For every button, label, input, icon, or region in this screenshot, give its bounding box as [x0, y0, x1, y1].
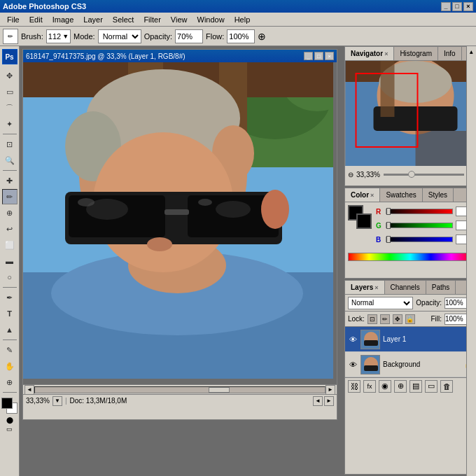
menu-window[interactable]: Window	[193, 14, 229, 25]
menu-layer[interactable]: Layer	[79, 14, 107, 25]
layer-adjustment-btn[interactable]: ⊕	[394, 380, 407, 393]
doc-hscrollbar[interactable]: ◄ ►	[23, 384, 337, 394]
tool-lasso[interactable]: ⌒	[2, 100, 18, 115]
tool-rect-select[interactable]: ▭	[2, 84, 18, 99]
menu-select[interactable]: Select	[108, 14, 139, 25]
color-tab-close[interactable]: ×	[370, 192, 374, 199]
zoom-out-icon[interactable]: ⊖	[348, 171, 354, 178]
doc-minimize-btn[interactable]: _	[304, 52, 313, 60]
r-slider-thumb[interactable]	[386, 208, 391, 215]
quick-mask-btn[interactable]: ⬤	[6, 416, 13, 424]
menu-file[interactable]: File	[3, 14, 24, 25]
scroll-left-btn[interactable]: ◄	[313, 396, 323, 406]
r-slider-track[interactable]	[386, 209, 453, 214]
tab-layers[interactable]: Layers×	[345, 281, 385, 294]
tool-history-brush[interactable]: ↩	[2, 221, 18, 237]
tool-hand[interactable]: ✋	[2, 358, 18, 374]
tab-histogram[interactable]: Histogram	[394, 47, 438, 60]
menu-edit[interactable]: Edit	[25, 14, 47, 25]
brush-preview[interactable]: ✏	[3, 29, 18, 44]
lock-position-btn[interactable]: ✥	[393, 314, 402, 324]
tool-gradient[interactable]: ▬	[2, 253, 18, 269]
tab-paths[interactable]: Paths	[426, 281, 456, 294]
tool-brush[interactable]: ✏	[2, 189, 18, 204]
color-spectrum[interactable]	[348, 253, 472, 261]
doc-close-btn[interactable]: ×	[325, 52, 334, 60]
maximize-button[interactable]: □	[452, 2, 462, 11]
lock-pixels-btn[interactable]: ✏	[380, 314, 390, 324]
layers-tab-close[interactable]: ×	[374, 284, 378, 291]
hscroll-right-btn[interactable]: ►	[326, 385, 335, 395]
tool-magic-wand[interactable]: ✦	[2, 116, 18, 132]
tab-styles[interactable]: Styles	[423, 188, 454, 202]
g-slider-thumb[interactable]	[386, 222, 391, 229]
tab-swatches[interactable]: Swatches	[380, 188, 422, 202]
layer-mask-btn[interactable]: ◉	[379, 380, 391, 393]
tab-color[interactable]: Color×	[345, 188, 380, 202]
mode-select[interactable]: Normal	[98, 29, 141, 43]
close-button[interactable]: ×	[463, 2, 473, 11]
layer-row-background[interactable]: 👁 Background 🔒	[345, 352, 475, 377]
background-visibility-toggle[interactable]: 👁	[348, 360, 358, 370]
menu-help[interactable]: Help	[230, 14, 255, 25]
fg-color-swatch[interactable]	[1, 398, 13, 409]
fill-value-input[interactable]	[444, 314, 467, 325]
layer-row-layer1[interactable]: 👁 Layer 1	[345, 327, 475, 352]
blend-mode-select[interactable]: Normal	[348, 297, 413, 309]
tool-shape[interactable]: ▲	[2, 322, 18, 337]
tool-move[interactable]: ✥	[2, 68, 18, 83]
hscroll-left-btn[interactable]: ◄	[24, 385, 34, 395]
doc-canvas[interactable]	[23, 62, 337, 384]
collapse-toggle[interactable]: ◄	[468, 50, 475, 55]
layer-link-btn[interactable]: ⛓	[348, 380, 360, 393]
doc-maximize-btn[interactable]: □	[314, 52, 323, 60]
tool-eraser[interactable]: ⬜	[2, 237, 18, 253]
tool-pen[interactable]: ✒	[2, 290, 18, 305]
brush-size-box[interactable]: 112 ▼	[46, 29, 71, 43]
brush-dropdown-icon[interactable]: ▼	[62, 33, 69, 40]
menu-image[interactable]: Image	[48, 14, 78, 25]
layer1-visibility-toggle[interactable]: 👁	[348, 335, 358, 344]
menu-filter[interactable]: Filter	[139, 14, 164, 25]
layer-delete-btn[interactable]: 🗑	[440, 380, 453, 393]
nav-zoom-thumb[interactable]	[408, 171, 415, 178]
doc-size-display: Doc: 13,3M/18,0M	[70, 397, 127, 405]
tool-heal-brush[interactable]: ✚	[2, 173, 18, 188]
hscroll-thumb[interactable]	[209, 387, 230, 393]
title-bar-buttons[interactable]: _ □ ×	[441, 2, 473, 11]
tab-info[interactable]: Info	[438, 47, 462, 60]
tool-text[interactable]: T	[2, 306, 18, 321]
screen-mode-btn[interactable]: ▭	[6, 426, 13, 433]
bg-color-box[interactable]	[356, 214, 372, 229]
tool-dodge[interactable]: ○	[2, 270, 18, 285]
menu-view[interactable]: View	[167, 14, 192, 25]
b-slider-thumb[interactable]	[386, 236, 391, 243]
background-thumbnail	[360, 355, 380, 374]
tool-clone-stamp[interactable]: ⊕	[2, 205, 18, 220]
layer-group-btn[interactable]: ▤	[410, 380, 422, 393]
tool-eyedropper[interactable]: 🔍	[2, 153, 18, 168]
minimize-button[interactable]: _	[441, 2, 451, 11]
b-slider-track[interactable]	[386, 237, 453, 242]
lock-all-btn[interactable]: 🔒	[405, 314, 415, 324]
opacity-value[interactable]	[444, 298, 467, 309]
tool-crop[interactable]: ⊡	[2, 136, 18, 152]
tab-navigator[interactable]: Navigator×	[345, 47, 394, 60]
zoom-menu-btn[interactable]: ▼	[52, 396, 62, 406]
flow-input[interactable]	[227, 29, 255, 43]
tool-zoom[interactable]: ⊕	[2, 374, 18, 390]
airbrush-toggle[interactable]: ⊕	[258, 31, 266, 42]
navigator-tab-close[interactable]: ×	[384, 50, 388, 57]
g-slider-track[interactable]	[386, 223, 453, 228]
nav-zoom-slider[interactable]	[384, 174, 464, 176]
opacity-input[interactable]	[175, 29, 203, 43]
doc-title-buttons[interactable]: _ □ ×	[304, 52, 334, 60]
scroll-arrows[interactable]: ◄ ►	[313, 396, 334, 406]
tool-notes[interactable]: ✎	[2, 342, 18, 358]
layer-new-btn[interactable]: ▭	[425, 380, 438, 393]
tab-channels[interactable]: Channels	[385, 281, 426, 294]
lock-transparent-btn[interactable]: ⊡	[368, 314, 377, 324]
hscroll-track[interactable]	[34, 386, 326, 393]
scroll-right-btn[interactable]: ►	[324, 396, 334, 406]
layer-fx-btn[interactable]: fx	[363, 380, 376, 393]
